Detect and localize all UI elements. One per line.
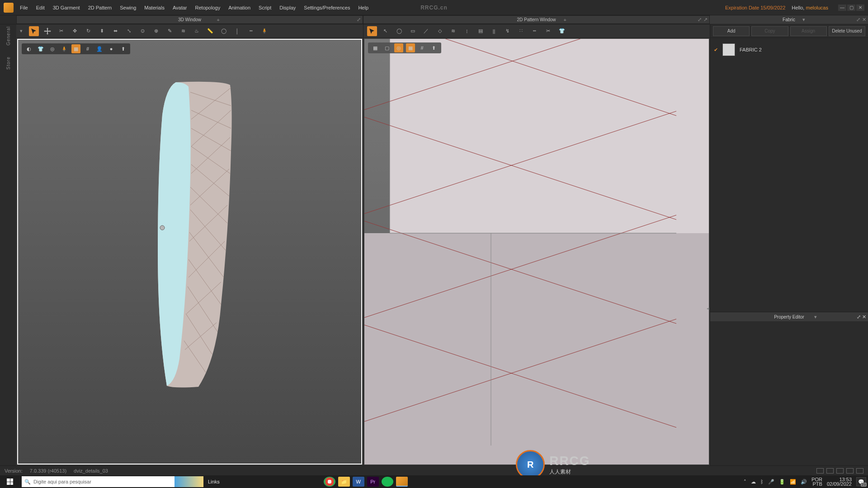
fabric-tab-dropdown-icon[interactable]: ▾	[802, 17, 805, 23]
move-tool-icon[interactable]	[42, 26, 52, 36]
menu-animation[interactable]: Animation	[228, 5, 250, 10]
avatar-pose-tool-icon[interactable]: 🧍	[259, 26, 269, 36]
prop-dropdown-icon[interactable]: ▾	[814, 314, 817, 320]
tray-chevron-icon[interactable]: ˄	[744, 479, 746, 485]
tack-tool-icon[interactable]: ⊙	[137, 26, 147, 36]
select-tool-icon[interactable]	[29, 26, 39, 36]
shade-toggle-icon[interactable]: ◐	[24, 44, 33, 53]
tray-locale[interactable]: POR PTB	[811, 477, 822, 486]
fold-2d-tool-icon[interactable]: ↯	[503, 26, 513, 36]
add-2d-tab-icon[interactable]: +	[564, 17, 566, 23]
line-tool-icon[interactable]: ／	[421, 26, 431, 36]
username[interactable]: melolucas	[806, 5, 828, 10]
seam-vis-icon[interactable]: #	[83, 44, 92, 53]
pattern-vis-icon[interactable]: ▢	[382, 43, 392, 52]
tab-2d-pattern-window[interactable]: 2D Pattern Window + ⤢↗	[363, 15, 710, 24]
tray-mic-icon[interactable]: 🎤	[768, 479, 774, 485]
symmetry-tool-icon[interactable]: ||	[489, 26, 499, 36]
garment-vis-icon[interactable]: 👕	[36, 44, 45, 53]
fabric-check-icon[interactable]: ✔	[714, 47, 718, 53]
notch-tool-icon[interactable]: ⫶	[462, 26, 472, 36]
menu-edit[interactable]: Edit	[36, 5, 45, 10]
toolbar-3d-dropdown-icon[interactable]: ▾	[20, 28, 23, 34]
render-vis-icon[interactable]: ●	[107, 44, 116, 53]
tray-volume-icon[interactable]: 🔊	[801, 479, 807, 485]
select2d-tool-icon[interactable]	[367, 26, 377, 36]
tray-onedrive-icon[interactable]: ☁	[751, 479, 756, 485]
tray-bluetooth-icon[interactable]: ᛒ	[760, 479, 764, 484]
tab-expand-2d-icon[interactable]: ⤢	[698, 17, 702, 23]
tab-pop-2d-icon[interactable]: ↗	[703, 17, 708, 23]
button-tool-icon[interactable]: ◯	[219, 26, 229, 36]
layout-2-icon[interactable]	[826, 468, 834, 474]
add-3d-tab-icon[interactable]: +	[217, 17, 220, 23]
garment-2d-tool-icon[interactable]: 👕	[557, 26, 567, 36]
fabric-panel-tab[interactable]: Fabric ▾ ⤢✕	[710, 15, 868, 24]
maximize-icon[interactable]: ▢	[847, 5, 855, 11]
tray-clock[interactable]: 13:53 02/09/2022	[827, 477, 852, 486]
panel-close-icon[interactable]: ✕	[862, 17, 866, 23]
texture-2d-icon[interactable]: ◎	[394, 43, 403, 52]
highlight-vis-icon[interactable]: ▦	[71, 44, 80, 53]
arrange-tool-icon[interactable]: ⬍	[97, 26, 107, 36]
rotate-tool-icon[interactable]: ↻	[83, 26, 93, 36]
smooth-tool-icon[interactable]: ≋	[178, 26, 188, 36]
close-icon[interactable]: ✕	[856, 5, 864, 11]
avatar-vis-icon[interactable]: 🧍	[60, 44, 69, 53]
rect-tool-icon[interactable]: ▭	[408, 26, 418, 36]
explorer-icon[interactable]: 📁	[338, 477, 350, 487]
highlight-2d-icon[interactable]: ▦	[406, 43, 415, 52]
menu-2d-pattern[interactable]: 2D Pattern	[88, 5, 112, 10]
texture-vis-icon[interactable]: ◎	[48, 44, 57, 53]
avatar-skin-icon[interactable]: 👤	[95, 44, 104, 53]
start-button[interactable]	[0, 475, 20, 488]
measure-tool-icon[interactable]: 📏	[205, 26, 215, 36]
prop-expand-icon[interactable]: ⤢	[857, 314, 861, 319]
zipper-tool-icon[interactable]: │	[232, 26, 242, 36]
steam-tool-icon[interactable]: ♨	[192, 26, 202, 36]
sidebar-general[interactable]: General	[6, 26, 11, 46]
layout-5-icon[interactable]	[856, 468, 863, 474]
add-fabric-button[interactable]: Add	[713, 26, 750, 36]
cut-2d-tool-icon[interactable]: ✂	[543, 26, 553, 36]
marvelous-designer-icon[interactable]	[396, 477, 408, 487]
pin-tool-icon[interactable]: ✂	[56, 26, 66, 36]
menu-sewing[interactable]: Sewing	[120, 5, 136, 10]
links-button[interactable]: Links	[203, 479, 224, 484]
export-vis-icon[interactable]: ⬆	[118, 44, 127, 53]
menu-help[interactable]: Help	[358, 5, 368, 10]
gizmo-tool-icon[interactable]: ✥	[70, 26, 80, 36]
bind-tool-icon[interactable]: ∷	[516, 26, 526, 36]
tab-3d-window[interactable]: 3D Window + ⤢	[16, 15, 363, 24]
tray-battery-icon[interactable]: 🔋	[779, 479, 785, 485]
premiere-icon[interactable]: Pr	[367, 477, 379, 487]
ellipse-tool-icon[interactable]: ◯	[394, 26, 404, 36]
fold-tool-icon[interactable]: ⤡	[124, 26, 134, 36]
fabric-swatch[interactable]	[722, 43, 735, 56]
menu-settings[interactable]: Settings/Preferences	[304, 5, 350, 10]
fabric-item[interactable]: ✔ FABRIC 2	[714, 42, 864, 58]
2d-viewport[interactable]: ▦ ▢ ◎ ▦ # ⬆	[364, 39, 709, 465]
edit2d-tool-icon[interactable]: ↖	[381, 26, 391, 36]
layout-1-icon[interactable]	[816, 468, 824, 474]
minimize-icon[interactable]: —	[838, 5, 846, 11]
menu-display[interactable]: Display	[279, 5, 296, 10]
baseline-icon[interactable]: #	[418, 43, 427, 52]
weather-widget[interactable]	[175, 476, 203, 487]
panel-expand-icon[interactable]: ⤢	[856, 17, 860, 23]
menu-materials[interactable]: Materials	[144, 5, 165, 10]
sidebar-store[interactable]: Store	[6, 56, 11, 70]
tray-wifi-icon[interactable]: 📶	[790, 479, 796, 485]
sculpt-tool-icon[interactable]: ✎	[165, 26, 175, 36]
attach-tool-icon[interactable]: ⊕	[151, 26, 161, 36]
flatten-tool-icon[interactable]: ⬌	[110, 26, 120, 36]
grid-toggle-icon[interactable]: ▦	[371, 43, 380, 52]
menu-retopology[interactable]: Retopology	[195, 5, 221, 10]
notifications-icon[interactable]: 💬	[856, 477, 866, 486]
taskbar-search[interactable]: 🔍 Digite aqui para pesquisar	[22, 476, 175, 487]
topstitch-tool-icon[interactable]: ┅	[246, 26, 256, 36]
dart-tool-icon[interactable]: ◇	[435, 26, 445, 36]
delete-unused-fabric-button[interactable]: Delete Unused	[829, 26, 865, 36]
topstitch-2d-tool-icon[interactable]: ┅	[530, 26, 540, 36]
menu-file[interactable]: File	[20, 5, 28, 10]
